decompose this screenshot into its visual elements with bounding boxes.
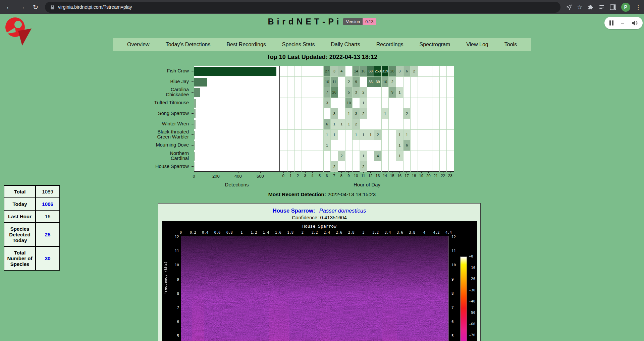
heatmap-cell: 1 [345, 108, 353, 119]
heatmap-cell [331, 98, 338, 109]
heatmap-cell: 2 [360, 161, 367, 172]
spec-y-tick: 9 [170, 277, 179, 282]
heatmap-cell: 2 [331, 161, 338, 172]
axis-tick-label: 21 [432, 174, 439, 178]
heatmap-cell [287, 151, 295, 162]
detections-bar [194, 67, 276, 76]
heatmap-cell [411, 77, 418, 88]
nav-item-spectrogram[interactable]: Spectrogram [420, 42, 450, 48]
nav-item-today-s-detections[interactable]: Today's Detections [166, 42, 211, 48]
spectrogram-colorbar [460, 257, 467, 341]
side-panel-icon[interactable] [610, 4, 616, 10]
heatmap-cell [309, 151, 317, 162]
heatmap-cell [287, 161, 295, 172]
bookmark-star-icon[interactable]: ☆ [577, 4, 582, 11]
heatmap-cell [404, 119, 411, 130]
heatmap-cell [294, 130, 302, 140]
heatmap-cell [338, 87, 345, 98]
nav-item-daily-charts[interactable]: Daily Charts [331, 42, 360, 48]
spec-y-tick: 6 [451, 320, 454, 324]
heatmap-cell: 1 [331, 130, 338, 140]
species-label: Tufted Titmouse [152, 98, 192, 108]
heatmap-cell [389, 98, 396, 109]
heatmap-cell [331, 140, 338, 151]
version-label: Version [343, 18, 363, 25]
seek-dash-icon [621, 23, 624, 23]
heatmap-cell [432, 98, 440, 109]
heatmap-cell: 1 [404, 130, 411, 140]
send-icon[interactable] [566, 4, 572, 10]
reload-icon[interactable]: ↻ [32, 3, 40, 11]
axis-tick [378, 172, 378, 173]
detections-bar [194, 109, 196, 118]
menu-kebab-icon[interactable]: ⋮ [635, 4, 639, 11]
nav-item-overview[interactable]: Overview [127, 42, 150, 48]
heatmap-cell [404, 87, 411, 98]
heatmap-cell [316, 66, 324, 77]
nav-item-recordings[interactable]: Recordings [376, 42, 404, 48]
heatmap-cell: 1 [396, 151, 404, 162]
heatmap-cell [309, 98, 317, 109]
axis-tick [334, 172, 334, 173]
axis-tick [436, 172, 436, 173]
heatmap-cell [309, 119, 317, 130]
heatmap-cell: 2 [404, 108, 411, 119]
heatmap-cell: 16 [360, 66, 367, 77]
stat-label: Species Detected Today [4, 223, 36, 246]
species-label: Winter Wren [152, 119, 192, 129]
axis-tick [320, 172, 320, 173]
spectrogram-energy-band [382, 302, 397, 341]
heatmap-cell [382, 119, 389, 130]
nav-item-species-stats[interactable]: Species Stats [282, 42, 315, 48]
stat-value[interactable]: 30 [36, 246, 60, 270]
spectrogram-energy-band [192, 289, 204, 341]
heatmap-cell [316, 161, 324, 172]
axis-tick [385, 172, 385, 173]
heatmap-cell [418, 98, 425, 109]
forward-icon[interactable]: → [18, 3, 26, 11]
heatmap-cell: 9 [353, 77, 360, 88]
heatmap-cell [353, 161, 360, 172]
heatmap-cell [287, 77, 295, 88]
detections-axis-label: Detections [194, 182, 280, 187]
heatmap-cell [316, 77, 324, 88]
spec-x-tick: 2 [297, 230, 309, 234]
stat-value[interactable]: 25 [36, 223, 60, 246]
heatmap-cell [338, 161, 345, 172]
axis-tick [298, 172, 298, 173]
back-icon[interactable]: ← [5, 3, 13, 11]
address-bar[interactable]: virginia.birdnetpi.com/?stream=play [45, 2, 560, 13]
spectrogram-plot [181, 236, 449, 341]
heatmap-cell [447, 140, 454, 151]
stat-value[interactable]: 1006 [36, 198, 60, 210]
reading-list-icon[interactable] [599, 4, 605, 10]
spectrogram: House Sparrow Frequency (kHz) [162, 221, 477, 341]
stats-row: Today1006 [4, 198, 60, 210]
heatmap-cell: 10 [345, 98, 353, 109]
heatmap-cell [382, 87, 389, 98]
pause-icon[interactable] [609, 20, 613, 25]
nav-item-view-log[interactable]: View Log [466, 42, 488, 48]
profile-avatar[interactable]: P [621, 3, 630, 12]
nav-item-tools[interactable]: Tools [504, 42, 517, 48]
lock-icon [50, 5, 55, 10]
heatmap-cell [302, 140, 309, 151]
audio-player[interactable] [604, 17, 643, 29]
heatmap-cell [309, 108, 317, 119]
heatmap-cell [302, 108, 309, 119]
heatmap-cell [316, 108, 324, 119]
axis-tick [443, 172, 443, 173]
browser-toolbar: ← → ↻ virginia.birdnetpi.com/?stream=pla… [0, 0, 644, 14]
heatmap-cell: 2 [374, 130, 382, 140]
spec-x-tick: 4.2 [430, 230, 442, 234]
heatmap-cell [294, 151, 302, 162]
nav-item-best-recordings[interactable]: Best Recordings [226, 42, 266, 48]
heatmap-cell [447, 161, 454, 172]
heatmap-cell [294, 98, 302, 109]
heatmap-cell [309, 140, 317, 151]
volume-icon[interactable] [632, 20, 638, 26]
spec-x-tick: 0.4 [199, 230, 211, 234]
extensions-icon[interactable] [587, 4, 594, 10]
heatmap-cell [280, 66, 287, 77]
heatmap-cell [411, 87, 418, 98]
